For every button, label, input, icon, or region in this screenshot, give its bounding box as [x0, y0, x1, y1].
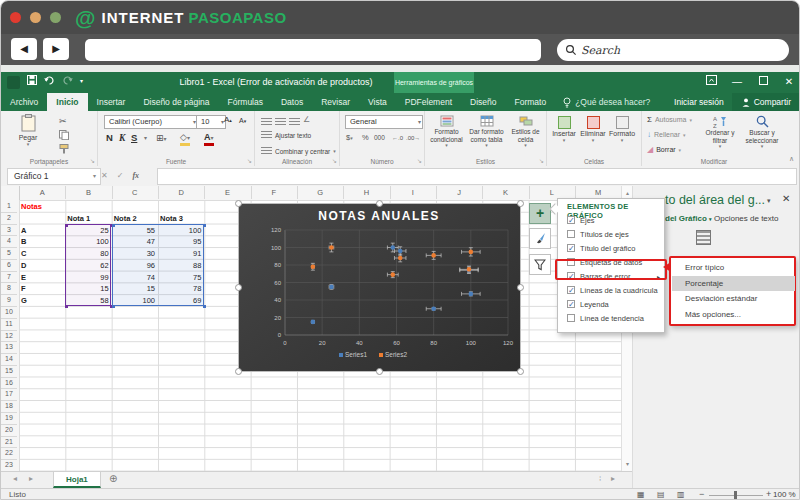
normal-view-icon[interactable]: ▦: [637, 490, 645, 499]
checkbox-checked-icon[interactable]: ✓: [567, 216, 575, 224]
column-header-A[interactable]: A: [19, 186, 66, 199]
save-icon[interactable]: [27, 75, 37, 85]
sort-filter-button[interactable]: A Z Ordenar y filtrar ▾: [700, 115, 740, 150]
tell-me[interactable]: ¿Qué desea hacer?: [555, 93, 658, 111]
zoom-in-icon[interactable]: +: [766, 489, 771, 499]
traffic-dot-green[interactable]: [50, 12, 61, 23]
page-layout-view-icon[interactable]: ▤: [657, 490, 665, 499]
clear-button[interactable]: ◢ Borrar ▾: [647, 145, 681, 154]
cell[interactable]: Nota 2: [114, 213, 155, 224]
checkbox-icon[interactable]: [567, 230, 575, 238]
fill-color-icon[interactable]: ◇▾: [180, 132, 190, 146]
traffic-dot-orange[interactable]: [30, 12, 41, 23]
search-box[interactable]: Search: [557, 39, 789, 61]
submenu-item-porcentaje[interactable]: Porcentaje: [672, 276, 795, 292]
column-header-F[interactable]: F: [251, 186, 298, 199]
data-point-Series1[interactable]: [390, 245, 395, 250]
format-cells-button[interactable]: Formato ▾: [608, 116, 636, 143]
paste-button[interactable]: Pegar ▾: [9, 114, 47, 148]
chart-resize-handle[interactable]: [517, 284, 524, 291]
column-header-D[interactable]: D: [158, 186, 205, 199]
undo-icon[interactable]: [44, 75, 55, 85]
data-point-Series1[interactable]: [398, 249, 403, 254]
chart-resize-handle[interactable]: [376, 368, 383, 375]
tab-formato[interactable]: Formato: [505, 93, 555, 111]
delete-cells-button[interactable]: Eliminar ▾: [579, 116, 607, 143]
data-point-Series1[interactable]: [469, 292, 474, 297]
wrap-text-button[interactable]: Ajustar texto: [261, 131, 311, 139]
sheet-prev-icon[interactable]: ◂: [13, 474, 17, 483]
address-bar[interactable]: [85, 39, 541, 61]
chart-styles-button[interactable]: [529, 228, 551, 249]
number-launcher-icon[interactable]: ↘: [417, 157, 422, 164]
increase-decimal-icon[interactable]: ←.0: [392, 132, 403, 144]
font-size-combo[interactable]: 10▾: [196, 115, 226, 129]
forward-button[interactable]: ▶: [43, 38, 69, 60]
back-button[interactable]: ◀: [11, 38, 37, 60]
data-point-Series2[interactable]: [469, 250, 474, 255]
fill-button[interactable]: ↓ Rellenar ▾: [647, 130, 686, 139]
tab-insertar[interactable]: Insertar: [88, 93, 135, 111]
chart-resize-handle[interactable]: [517, 200, 524, 207]
format-painter-icon[interactable]: [59, 144, 69, 154]
data-point-Series2[interactable]: [329, 245, 334, 250]
ribbon-options-icon[interactable]: [701, 75, 721, 89]
cut-icon[interactable]: ✂: [59, 115, 67, 127]
chart-resize-handle[interactable]: [235, 284, 242, 291]
chart-resize-handle[interactable]: [376, 200, 383, 207]
copy-icon[interactable]: [59, 130, 69, 140]
column-header-G[interactable]: G: [297, 186, 344, 199]
tab-pdfelement[interactable]: PDFelement: [396, 93, 461, 111]
size-properties-icon[interactable]: [696, 230, 711, 245]
task-pane-dropdown-icon[interactable]: ▾: [767, 197, 771, 205]
decrease-decimal-icon[interactable]: .00→: [406, 132, 420, 144]
cancel-formula-icon[interactable]: ✕: [101, 171, 108, 180]
popup-item-línea-de-tendencia[interactable]: Línea de tendencia: [558, 311, 664, 325]
tab-splitter-icon[interactable]: ⁞: [599, 474, 601, 483]
hscroll-right-icon[interactable]: ▸: [611, 474, 615, 483]
cell[interactable]: B: [21, 236, 62, 247]
select-all-corner[interactable]: [1, 186, 20, 201]
chart-filters-button[interactable]: [529, 254, 551, 275]
cell[interactable]: C: [21, 248, 62, 259]
column-header-K[interactable]: K: [482, 186, 529, 199]
tab-dise-o[interactable]: Diseño: [461, 93, 505, 111]
task-pane-text-options[interactable]: Opciones de texto: [714, 214, 778, 223]
grow-font-icon[interactable]: A▴: [224, 114, 232, 126]
column-header-B[interactable]: B: [65, 186, 112, 199]
zoom-level[interactable]: 100 %: [773, 490, 796, 499]
name-box-dropdown-icon[interactable]: ▾: [93, 169, 96, 184]
data-point-Series1[interactable]: [311, 320, 316, 325]
range-handle[interactable]: [112, 224, 115, 227]
column-header-I[interactable]: I: [390, 186, 437, 199]
checkbox-checked-icon[interactable]: ✓: [567, 244, 575, 252]
task-pane-close-icon[interactable]: ✕: [782, 193, 790, 204]
share-button[interactable]: Compartir: [732, 93, 800, 111]
cell-styles-button[interactable]: Estilos de celda ▾: [507, 115, 544, 149]
insert-function-icon[interactable]: fx: [132, 171, 139, 180]
tab-dise-o-de-p-gina[interactable]: Diseño de página: [134, 93, 218, 111]
tab-archivo[interactable]: Archivo: [1, 93, 47, 111]
sign-in[interactable]: Iniciar sesión: [666, 93, 732, 111]
font-color-icon[interactable]: A▾: [204, 133, 214, 146]
new-sheet-icon[interactable]: ⊕: [109, 473, 117, 484]
cell[interactable]: A: [21, 225, 62, 236]
submenu-item-más-opciones-[interactable]: Más opciones...: [672, 307, 795, 323]
find-select-button[interactable]: Buscar y seleccionar ▾: [741, 115, 783, 150]
conditional-formatting-button[interactable]: Formato condicional ▾: [427, 115, 466, 149]
chart-elements-button[interactable]: +: [529, 203, 551, 224]
borders-icon[interactable]: ⊞▾: [156, 132, 167, 145]
cell[interactable]: G: [21, 295, 62, 306]
task-pane-chart-options[interactable]: del Gráfico ▾: [665, 214, 712, 223]
clipboard-launcher-icon[interactable]: ↘: [90, 157, 95, 164]
range-handle[interactable]: [112, 305, 115, 308]
cell[interactable]: Nota 3: [160, 213, 201, 224]
collapse-ribbon-icon[interactable]: ∧: [789, 155, 794, 163]
enter-formula-icon[interactable]: ✓: [117, 171, 124, 180]
submenu-item-error-típico[interactable]: Error típico: [672, 260, 795, 276]
checkbox-checked-icon[interactable]: ✓: [567, 286, 575, 294]
align-middle-icon[interactable]: [275, 118, 286, 126]
font-name-combo[interactable]: Calibri (Cuerpo)▾: [104, 115, 198, 129]
underline-dropdown-icon[interactable]: ▾: [144, 132, 147, 144]
range-handle[interactable]: [203, 224, 206, 227]
